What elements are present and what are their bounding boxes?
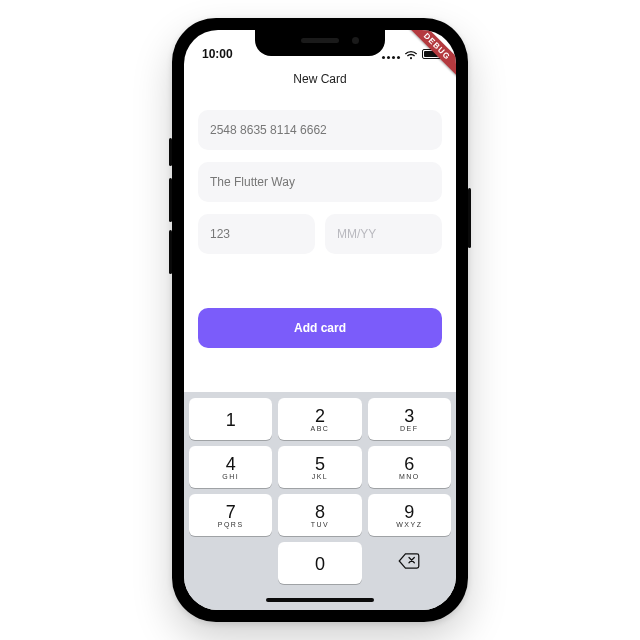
- key-1[interactable]: 1: [189, 398, 272, 440]
- cvv-value: 123: [210, 227, 230, 241]
- key-4[interactable]: 4GHI: [189, 446, 272, 488]
- side-button: [169, 230, 172, 274]
- expiry-input[interactable]: MM/YY: [325, 214, 442, 254]
- home-indicator[interactable]: [189, 590, 451, 610]
- expiry-placeholder: MM/YY: [337, 227, 376, 241]
- card-holder-input[interactable]: The Flutter Way: [198, 162, 442, 202]
- side-button: [169, 178, 172, 222]
- card-holder-value: The Flutter Way: [210, 175, 295, 189]
- key-3[interactable]: 3DEF: [368, 398, 451, 440]
- wifi-icon: [404, 49, 418, 59]
- backspace-icon: [398, 553, 420, 574]
- key-blank: [189, 542, 272, 584]
- key-backspace[interactable]: [368, 542, 451, 584]
- card-form: 2548 8635 8114 6662 The Flutter Way 123 …: [184, 100, 456, 254]
- status-time: 10:00: [202, 47, 233, 61]
- side-button: [169, 138, 172, 166]
- add-card-label: Add card: [294, 321, 346, 335]
- key-5[interactable]: 5JKL: [278, 446, 361, 488]
- key-0[interactable]: 0: [278, 542, 361, 584]
- side-button: [468, 188, 471, 248]
- card-number-value: 2548 8635 8114 6662: [210, 123, 327, 137]
- numeric-keyboard: 1 2ABC 3DEF 4GHI 5JKL 6MNO 7PQRS 8TUV 9W…: [184, 392, 456, 610]
- notch: [255, 30, 385, 56]
- key-9[interactable]: 9WXYZ: [368, 494, 451, 536]
- screen: DEBUG 10:00 New Card 2548 8635 8114 6662: [184, 30, 456, 610]
- key-8[interactable]: 8TUV: [278, 494, 361, 536]
- phone-frame: DEBUG 10:00 New Card 2548 8635 8114 6662: [172, 18, 468, 622]
- add-card-button[interactable]: Add card: [198, 308, 442, 348]
- key-7[interactable]: 7PQRS: [189, 494, 272, 536]
- cellular-icon: [382, 50, 400, 59]
- key-6[interactable]: 6MNO: [368, 446, 451, 488]
- cvv-input[interactable]: 123: [198, 214, 315, 254]
- key-2[interactable]: 2ABC: [278, 398, 361, 440]
- page-title: New Card: [184, 66, 456, 100]
- card-number-input[interactable]: 2548 8635 8114 6662: [198, 110, 442, 150]
